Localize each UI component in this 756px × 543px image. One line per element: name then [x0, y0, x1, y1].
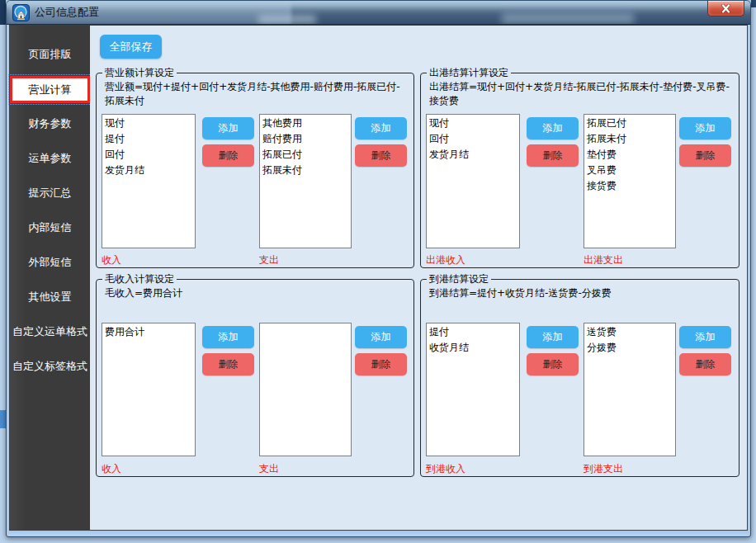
list-item[interactable]: 发货月结	[102, 163, 195, 178]
sidebar-item-custom-label-format[interactable]: 自定义标签格式	[10, 349, 90, 384]
save-all-button[interactable]: 全部保存	[100, 35, 162, 59]
list-item[interactable]: 现付	[427, 116, 519, 131]
expense-delete-button[interactable]: 删除	[679, 353, 731, 375]
income-category-label: 收入	[102, 253, 121, 267]
list-item[interactable]: 拓展未付	[260, 163, 351, 178]
list-item[interactable]: 回付	[427, 131, 519, 147]
sidebar-item-waybill-params[interactable]: 运单参数	[10, 141, 90, 176]
expense-delete-button[interactable]: 删除	[355, 144, 407, 167]
income-category-label: 收入	[102, 462, 121, 476]
gross-income-formula-text: 毛收入=费用合计	[105, 286, 407, 300]
income-category-label: 到港收入	[426, 462, 465, 476]
group-title: 营业额计算设定	[102, 67, 177, 79]
inbound-settlement-group: 到港结算设定 到港结算=提付+收货月结-送货费-分拨费 提付 收货月结 添加 删…	[420, 279, 739, 477]
outbound-expense-listbox[interactable]: 拓展已付 拓展未付 垫付费 叉吊费 接货费	[584, 114, 676, 248]
income-delete-button[interactable]: 删除	[527, 144, 579, 167]
list-item[interactable]: 发货月结	[427, 147, 519, 163]
expense-category-label: 到港支出	[584, 462, 623, 476]
outbound-income-listbox[interactable]: 现付 回付 发货月结	[426, 114, 520, 248]
income-category-label: 出港收入	[426, 253, 465, 267]
group-title: 出港结算计算设定	[427, 67, 511, 79]
titlebar: 公司信息配置	[7, 1, 750, 25]
expense-category-label: 出港支出	[584, 253, 623, 267]
expense-add-button[interactable]: 添加	[679, 117, 731, 139]
list-item[interactable]: 接货费	[584, 178, 675, 194]
revenue-expense-listbox[interactable]: 其他费用 赔付费用 拓展已付 拓展未付	[259, 114, 352, 248]
income-add-button[interactable]: 添加	[527, 117, 579, 139]
list-item[interactable]: 现付	[102, 116, 195, 131]
close-button[interactable]	[707, 1, 744, 17]
sidebar-item-other-settings[interactable]: 其他设置	[10, 280, 90, 314]
expense-add-button[interactable]: 添加	[355, 117, 407, 139]
expense-add-button[interactable]: 添加	[355, 326, 407, 348]
income-delete-button[interactable]: 删除	[527, 353, 579, 375]
window-bottom-frame	[9, 531, 748, 536]
income-add-button[interactable]: 添加	[527, 326, 579, 348]
content-area: 全部保存 营业额计算设定 营业额=现付+提付+回付+发货月结-其他费用-赔付费用…	[90, 26, 747, 530]
list-item[interactable]: 拓展已付	[260, 147, 351, 163]
list-item[interactable]: 垫付费	[584, 147, 675, 163]
expense-add-button[interactable]: 添加	[679, 326, 731, 348]
group-title: 毛收入计算设定	[102, 273, 177, 286]
list-item[interactable]: 其他费用	[260, 116, 351, 131]
revenue-calc-group: 营业额计算设定 营业额=现付+提付+回付+发货月结-其他费用-赔付费用-拓展已付…	[96, 73, 414, 268]
x-icon	[721, 1, 731, 17]
window-title: 公司信息配置	[35, 1, 99, 25]
app-icon	[12, 4, 30, 21]
list-item[interactable]: 回付	[102, 147, 195, 163]
expense-delete-button[interactable]: 删除	[679, 144, 731, 167]
outbound-formula-text: 出港结算=现付+回付+发货月结-拓展已付-拓展未付-垫付费-叉吊费-接货费	[429, 80, 732, 108]
list-item[interactable]: 收货月结	[427, 340, 519, 356]
background-window-fragment	[0, 410, 6, 428]
list-item[interactable]: 分拨费	[584, 340, 675, 356]
outbound-settlement-group: 出港结算计算设定 出港结算=现付+回付+发货月结-拓展已付-拓展未付-垫付费-叉…	[420, 73, 739, 268]
revenue-income-listbox[interactable]: 现付 提付 回付 发货月结	[102, 114, 196, 248]
list-item[interactable]: 提付	[427, 324, 519, 340]
list-item[interactable]: 赔付费用	[260, 131, 351, 147]
list-item[interactable]: 送货费	[584, 324, 675, 340]
window-body: 页面排版 营业计算 财务参数 运单参数 提示汇总 内部短信 外部短信 其他设置 …	[9, 25, 748, 531]
sidebar-item-page-layout[interactable]: 页面排版	[10, 37, 90, 72]
list-item[interactable]: 费用合计	[102, 324, 195, 340]
expense-category-label: 支出	[259, 253, 279, 267]
sidebar-item-internal-sms[interactable]: 内部短信	[10, 210, 90, 245]
list-item[interactable]: 拓展已付	[584, 116, 675, 131]
sidebar-item-prompt-summary[interactable]: 提示汇总	[10, 176, 90, 210]
titlebar-glass-highlight	[258, 15, 316, 24]
inbound-income-listbox[interactable]: 提付 收货月结	[426, 323, 520, 456]
income-delete-button[interactable]: 删除	[202, 353, 254, 375]
gross-expense-listbox[interactable]	[259, 323, 352, 456]
sidebar-item-external-sms[interactable]: 外部短信	[10, 245, 90, 280]
sidebar-item-business-calc[interactable]: 营业计算	[10, 76, 90, 103]
sidebar: 页面排版 营业计算 财务参数 运单参数 提示汇总 内部短信 外部短信 其他设置 …	[10, 26, 90, 530]
expense-delete-button[interactable]: 删除	[355, 353, 407, 375]
company-info-config-window: 公司信息配置 页面排版 营业计算 财务参数 运单参数 提示汇总 内部短信 外部短…	[6, 0, 751, 537]
list-item[interactable]: 叉吊费	[584, 163, 675, 178]
income-add-button[interactable]: 添加	[202, 117, 254, 139]
inbound-expense-listbox[interactable]: 送货费 分拨费	[584, 323, 676, 456]
inbound-formula-text: 到港结算=提付+收货月结-送货费-分拨费	[429, 286, 732, 300]
gross-income-group: 毛收入计算设定 毛收入=费用合计 费用合计 添加 删除 添加 删除 收入 支出	[96, 279, 414, 477]
list-item[interactable]: 提付	[102, 131, 195, 147]
list-item[interactable]: 拓展未付	[584, 131, 675, 147]
background-window-fragment	[0, 0, 6, 25]
income-add-button[interactable]: 添加	[202, 326, 254, 348]
expense-category-label: 支出	[259, 462, 279, 476]
income-delete-button[interactable]: 删除	[202, 144, 254, 167]
titlebar-glass-highlight	[502, 13, 634, 24]
gross-income-listbox[interactable]: 费用合计	[102, 323, 196, 456]
sidebar-item-custom-waybill-format[interactable]: 自定义运单格式	[10, 314, 90, 349]
group-title: 到港结算设定	[427, 273, 491, 286]
revenue-formula-text: 营业额=现付+提付+回付+发货月结-其他费用-赔付费用-拓展已付-拓展未付	[105, 80, 407, 108]
sidebar-item-finance-params[interactable]: 财务参数	[10, 106, 90, 141]
background-window-fragment	[751, 0, 756, 7]
